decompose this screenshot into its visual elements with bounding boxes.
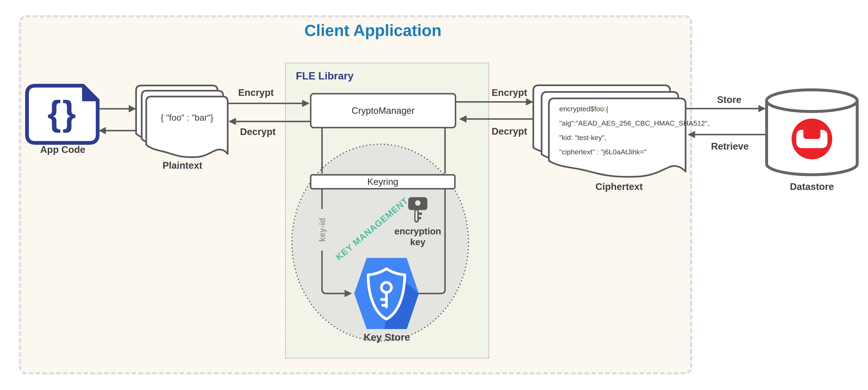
ciphertext-label: Ciphertext (588, 181, 650, 192)
ciphertext-content: encrypted$foo:{ "alg":"AEAD_AES_256_CBC_… (559, 102, 686, 159)
page-title: Client Application (269, 20, 477, 40)
plaintext-page-front (146, 96, 228, 157)
diagram-canvas: Client Application FLE Library CryptoMan… (0, 0, 868, 390)
plaintext-content: { "foo" : "bar"} (148, 113, 226, 123)
datastore-cylinder-top (767, 90, 857, 111)
crypto-manager-label: CryptoManager (351, 106, 414, 116)
ciphertext-line-2: "alg":"AEAD_AES_256_CBC_HMAC_SHA512", (559, 116, 686, 131)
encrypt-left-label: Encrypt (225, 87, 287, 98)
encryption-key-label: encryption key (391, 226, 445, 248)
key-store-label: Key Store (356, 332, 418, 343)
diagram-shapes (0, 0, 868, 390)
decrypt-right-label: Decrypt (478, 126, 540, 137)
key-id-label: key-id (316, 209, 328, 251)
ciphertext-line-4: "ciphertext" : "j6L0aAtJihk=" (559, 145, 686, 159)
crypto-manager-node: CryptoManager (310, 93, 456, 128)
datastore-label: Datastore (781, 181, 843, 192)
keyring-label: Keyring (367, 176, 398, 187)
datastore-icon (767, 90, 857, 175)
decrypt-left-label: Decrypt (227, 126, 289, 137)
app-code-label: App Code (27, 144, 98, 155)
ciphertext-line-3: "kid: "test-key", (559, 131, 686, 145)
fle-library-label: FLE Library (296, 70, 353, 82)
app-code-braces-glyph: {} (27, 87, 98, 139)
plaintext-label: Plaintext (151, 160, 214, 171)
ciphertext-line-1: encrypted$foo:{ (559, 102, 686, 116)
store-label: Store (698, 94, 761, 105)
encrypt-right-label: Encrypt (478, 87, 540, 98)
keyring-node: Keyring (310, 174, 456, 190)
key-store-icon (354, 258, 419, 329)
retrieve-label: Retrieve (699, 141, 761, 152)
